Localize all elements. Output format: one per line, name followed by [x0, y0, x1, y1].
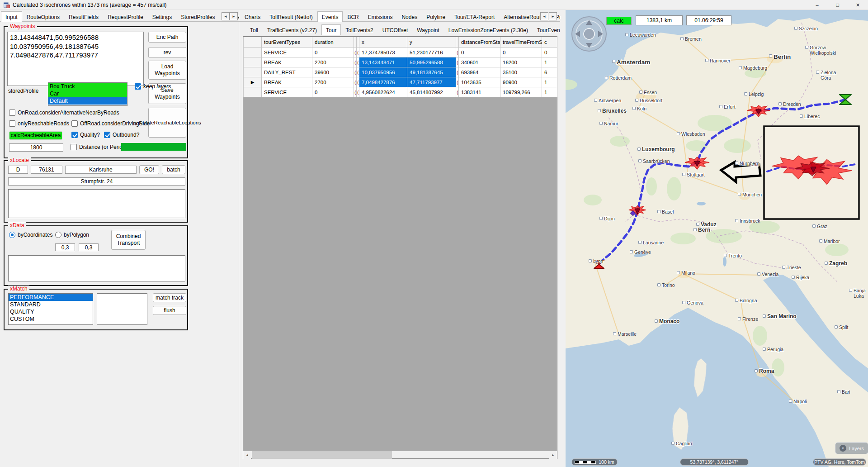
tab-storedprofiles[interactable]: StoredProfiles [176, 12, 219, 22]
cell[interactable]: 1043635 [459, 77, 500, 87]
tab-scroll-left-icon[interactable]: ◄ [222, 12, 230, 20]
column-header-toureventtypes[interactable]: tourEventTypes [262, 37, 312, 48]
scrollbar-right-icon[interactable]: ► [549, 451, 557, 459]
combined-transport-button[interactable]: Combined Transport [111, 230, 146, 250]
xdata-value2-input[interactable] [79, 243, 99, 251]
tab-trafficevents-v2-27[interactable]: TrafficEvents (v2.27) [263, 25, 321, 35]
waypoints-input[interactable] [7, 32, 144, 86]
tab-lowemissionzoneevents-2-30e[interactable]: LowEmissionZoneEvents (2.30e) [444, 25, 533, 35]
profile-item-box-truck[interactable]: Box Truck [48, 83, 127, 90]
country-input[interactable] [8, 166, 28, 174]
cell[interactable]: 0 [459, 48, 500, 57]
match-mode-standard[interactable]: STANDARD [9, 301, 93, 308]
cell[interactable]: 1 [542, 57, 557, 67]
scrollbar-left-icon[interactable]: ◄ [243, 451, 251, 459]
calculate-reachable-locations-button[interactable]: calculateReachableLocations [148, 108, 186, 138]
tab-tollevents2[interactable]: TollEvents2 [341, 25, 377, 35]
row-header[interactable] [244, 57, 262, 67]
row-header[interactable] [244, 48, 262, 57]
tab-utcoffset[interactable]: UTCOffset [378, 25, 412, 35]
column-header-y[interactable]: y [407, 37, 456, 48]
cell[interactable]: DAILY_REST [262, 67, 312, 77]
period-input[interactable] [9, 143, 63, 152]
cell[interactable]: 0 [500, 48, 542, 57]
xmatch-results-list[interactable] [97, 293, 147, 325]
tab-input[interactable]: Input [1, 11, 22, 22]
cell[interactable]: 6 [542, 67, 557, 77]
profile-item-default[interactable]: Default [48, 97, 127, 105]
result-tab-scroll-left-icon[interactable]: ◄ [540, 12, 548, 20]
match-mode-quality[interactable]: QUALITY [9, 308, 93, 315]
cell[interactable]: 13,143448471 [359, 57, 407, 67]
xdata-value1-input[interactable] [55, 243, 75, 251]
batch-button[interactable]: batch [162, 165, 185, 174]
cell[interactable]: 39600 [312, 67, 354, 77]
cell[interactable]: 16200 [500, 57, 542, 67]
column-header-duration[interactable]: duration [312, 37, 354, 48]
layers-button[interactable]: ▼ Layers [835, 442, 868, 454]
tab-polyline[interactable]: Polyline [422, 12, 450, 22]
tab-toll[interactable]: Toll [245, 25, 263, 35]
city-input[interactable] [65, 166, 137, 174]
cell[interactable]: 0 [312, 87, 354, 97]
cell[interactable]: 4,9560822624 [359, 87, 407, 97]
cell[interactable]: 10,037950956 [359, 67, 407, 77]
tab-bcr[interactable]: BCR [343, 12, 363, 22]
tab-scroll-right-icon[interactable]: ► [230, 12, 238, 20]
cell[interactable]: 90900 [500, 77, 542, 87]
tab-waypoint[interactable]: Waypoint [412, 25, 444, 35]
by-coordinates-radio[interactable]: byCoordinates [9, 232, 52, 238]
outbound-checkbox[interactable]: Outbound? [104, 132, 139, 138]
cell[interactable]: 49,181387645 [407, 67, 456, 77]
cell[interactable]: SERVICE [262, 48, 312, 57]
tab-resultfields[interactable]: ResultFields [64, 12, 103, 22]
cell[interactable]: 51,230177716 [407, 48, 456, 57]
xlocate-results-list[interactable] [8, 189, 185, 218]
cell[interactable]: 47,711793977 [407, 77, 456, 87]
close-icon[interactable]: ✕ [848, 0, 868, 10]
minimize-icon[interactable]: – [807, 0, 827, 10]
tab-tollresult-netto[interactable]: TollResult (Netto!) [265, 12, 317, 22]
tab-routeoptions[interactable]: RouteOptions [22, 12, 64, 22]
column-header-traveltimefromstar[interactable]: travelTimeFromStar [500, 37, 542, 48]
rev-button[interactable]: rev [148, 47, 186, 58]
tab-events[interactable]: Events [317, 11, 343, 22]
cell[interactable]: 0 [542, 48, 557, 57]
scrollbar-thumb[interactable] [252, 451, 392, 459]
quality-checkbox[interactable]: Quality? [71, 132, 100, 138]
match-track-button[interactable]: match track [153, 293, 186, 302]
result-tab-scroll-right-icon[interactable]: ► [549, 12, 557, 20]
compass-control[interactable] [572, 17, 606, 51]
match-mode-performance[interactable]: PERFORMANCE [9, 294, 93, 301]
route-distance-field[interactable]: 1383,1 km [636, 15, 683, 25]
cell[interactable]: 17,374785073 [359, 48, 407, 57]
zip-input[interactable] [31, 166, 62, 174]
go-button[interactable]: GO! [139, 165, 159, 174]
tab-tour[interactable]: Tour [321, 24, 341, 35]
maximize-icon[interactable]: □ [827, 0, 848, 10]
tab-nodes[interactable]: Nodes [397, 12, 422, 22]
cell[interactable]: BREAK [262, 57, 312, 67]
horizontal-scrollbar[interactable]: ◄ ► [243, 451, 557, 458]
tab-settings[interactable]: Settings [148, 12, 176, 22]
tab-emissions[interactable]: Emissions [363, 12, 397, 22]
calc-reachable-area-button[interactable]: calcReacheableArea [9, 131, 62, 140]
tab-requestprofile[interactable]: RequestProfile [103, 12, 148, 22]
load-waypoints-button[interactable]: Load Waypoints [148, 61, 186, 80]
row-header[interactable] [244, 67, 262, 77]
tab-charts[interactable]: Charts [240, 12, 265, 22]
flush-button[interactable]: flush [153, 306, 186, 315]
map[interactable]: SzczecinLeeuwardenBremenBerlinAmsterdamH… [566, 10, 868, 467]
cell[interactable]: 7,0498427876 [359, 77, 407, 87]
cell[interactable]: 2700 [312, 77, 354, 87]
cell[interactable]: 1 [542, 77, 557, 87]
cell[interactable]: 2700 [312, 57, 354, 67]
offroad-driving-side-checkbox[interactable]: OffRoad.considerDrivingSide [71, 120, 150, 127]
column-header-c[interactable]: c [542, 37, 557, 48]
cell[interactable]: 1383141 [459, 87, 500, 97]
row-header[interactable] [244, 87, 262, 97]
keep-layers-checkbox[interactable]: keep layers [135, 83, 171, 90]
street-input[interactable] [8, 177, 185, 186]
tab-tour-eta-report[interactable]: Tour/ETA-Report [450, 12, 499, 22]
column-header-distancefromstart[interactable]: distanceFromStart_ [459, 37, 500, 48]
